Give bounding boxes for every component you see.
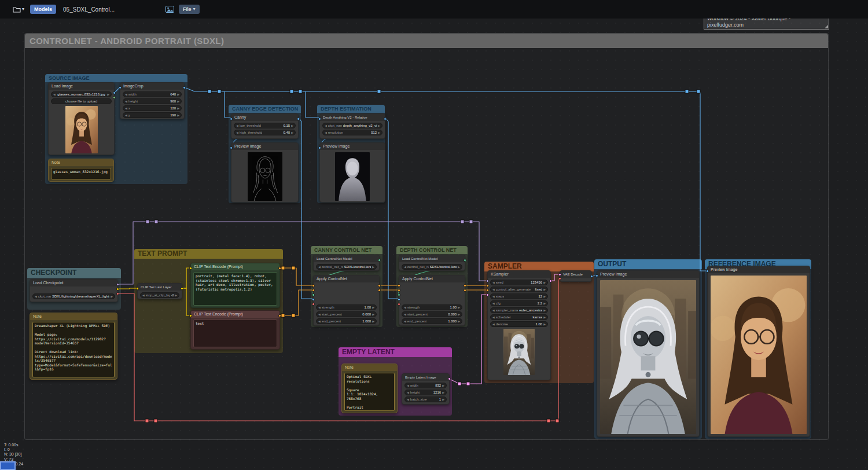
output-dot-vae[interactable] (116, 292, 119, 295)
node-empty-latent-image[interactable]: Empty Latent Image ◀width832▶ ◀height121… (402, 373, 450, 405)
node-canny-preview[interactable]: Preview Image (231, 142, 299, 203)
widget-strength[interactable]: ◀strength1.00▶ (316, 304, 377, 310)
output-dot-control-net[interactable] (378, 259, 381, 262)
node-load-image[interactable]: Load Image ◀ glasses_woman_832x1216.jpg … (48, 82, 115, 155)
input-dot-image[interactable] (230, 118, 233, 120)
widget-scheduler[interactable]: ◀schedulerkarras▶ (490, 314, 548, 320)
input-dot-vae[interactable] (558, 277, 561, 280)
widget-strength[interactable]: ◀strength1.00▶ (402, 304, 462, 310)
widget-denoise[interactable]: ◀denoise1.00▶ (490, 321, 548, 327)
output-dot-image[interactable] (384, 118, 387, 120)
node-clip-text-encode-negative[interactable]: CLIP Text Encode (Prompt) text (190, 310, 280, 350)
input-dot-clip[interactable] (189, 267, 192, 270)
node-note-checkpoint[interactable]: Note Dreamshaper XL (Lightning DPM++ SDE… (30, 313, 117, 380)
node-load-checkpoint[interactable]: Load Checkpoint ◀ckpt_nameSDXL/lightning… (30, 279, 118, 302)
combo-right-arrow[interactable]: ▶ (107, 93, 109, 96)
input-dot-negative[interactable] (398, 289, 400, 292)
image-icon[interactable] (165, 6, 174, 13)
input-dot-image[interactable] (312, 298, 315, 301)
note-text[interactable]: glasses_woman_832x1216.jpg (51, 168, 111, 179)
node-canny[interactable]: Canny ◀low_threshold0.15▶ ◀high_threshol… (231, 113, 299, 139)
input-dot-control-net[interactable] (312, 293, 315, 296)
workflow-tab[interactable]: 05_SDXL_Control... (63, 6, 115, 13)
output-dot-conditioning[interactable] (278, 314, 281, 317)
widget-cfg[interactable]: ◀cfg2.2▶ (490, 300, 548, 306)
node-output-preview[interactable]: Preview Image (597, 270, 700, 437)
output-dot-negative[interactable] (464, 289, 466, 292)
output-dot-latent[interactable] (448, 377, 451, 380)
widget-low-threshold[interactable]: ◀low_threshold0.15▶ (234, 123, 296, 128)
node-load-controlnet-canny[interactable]: Load ControlNet Model ◀control_net_nameS… (313, 255, 380, 271)
node-clip-text-encode-positive[interactable]: CLIP Text Encode (Prompt) portrait, (met… (190, 263, 280, 308)
input-dot-negative[interactable] (312, 289, 315, 292)
output-dot-image[interactable] (113, 91, 116, 94)
output-dot-image[interactable] (183, 86, 186, 89)
input-dot-positive[interactable] (486, 284, 489, 287)
input-dot-images[interactable] (318, 146, 321, 149)
widget-height[interactable]: ◀height1216▶ (404, 390, 447, 395)
input-dot-vae[interactable] (398, 303, 400, 306)
file-menu-button[interactable]: File ▾ (179, 5, 200, 14)
upload-button[interactable]: choose file to upload (51, 98, 112, 104)
main-group-title[interactable]: CONTROLNET - ANDROID PORTRAIT (SDXL) (25, 34, 828, 48)
widget-x[interactable]: ◀x120▶ (123, 105, 182, 111)
output-dot-clip[interactable] (181, 287, 183, 290)
input-dot-images[interactable] (706, 270, 709, 273)
input-dot-image[interactable] (119, 86, 122, 89)
input-dot-control-net[interactable] (398, 293, 400, 296)
input-dot-positive[interactable] (398, 284, 400, 287)
node-note-latent[interactable]: Note Optimal SDXL resolutions Square 1:1… (341, 363, 398, 413)
output-dot-image[interactable] (297, 118, 300, 120)
node-apply-controlnet-canny[interactable]: Apply ControlNet ◀strength1.00▶ ◀start_p… (313, 275, 380, 326)
node-depth-preview[interactable]: Preview Image (319, 142, 385, 203)
positive-prompt-textarea[interactable]: portrait, (metal face:1.4), robot, (stai… (193, 272, 277, 306)
widget-control-after-generate[interactable]: ◀control_after_generatefixed▶ (490, 287, 548, 292)
output-dot-negative[interactable] (378, 289, 381, 292)
input-dot-image[interactable] (318, 118, 321, 120)
widget-height[interactable]: ◀height960▶ (123, 98, 182, 104)
node-ksampler[interactable]: KSampler ◀seed123456▶ ◀control_after_gen… (487, 270, 551, 380)
negative-prompt-textarea[interactable]: text (193, 320, 277, 347)
input-dot-image[interactable] (398, 298, 400, 301)
output-dot-clip[interactable] (116, 288, 119, 291)
input-dot-images[interactable] (230, 146, 233, 149)
output-dot-latent[interactable] (549, 280, 552, 282)
minimap[interactable] (0, 461, 16, 470)
widget-batch-size[interactable]: ◀batch_size1▶ (404, 396, 447, 402)
widget-resolution[interactable]: ◀resolution512▶ (322, 130, 382, 135)
input-dot-images[interactable] (595, 274, 598, 277)
input-dot-clip[interactable] (136, 287, 139, 290)
workflows-folder-button[interactable]: ▾ (12, 5, 25, 14)
output-dot-mask[interactable] (113, 96, 116, 99)
input-dot-clip[interactable] (189, 314, 192, 317)
widget-control-net-name[interactable]: ◀control_net_nameSDXL/control-lora-de...… (402, 264, 462, 270)
input-dot-samples[interactable] (558, 273, 561, 276)
node-image-crop[interactable]: ImageCrop ◀width640▶ ◀height960▶ ◀x120▶ … (120, 82, 185, 119)
node-vae-decode[interactable]: VAE Decode (560, 270, 592, 282)
widget-high-threshold[interactable]: ◀high_threshold0.40▶ (234, 130, 296, 135)
note-text[interactable]: Dreamshaper XL (Lightning DPM++ SDE) Mod… (32, 322, 115, 377)
output-dot-control-net[interactable] (464, 259, 466, 262)
input-dot-model[interactable] (486, 280, 489, 282)
combo-left-arrow[interactable]: ◀ (53, 93, 56, 96)
note-text[interactable]: Optimal SDXL resolutions Square 1:1: 102… (344, 373, 395, 411)
widget-stop-at-clip-layer[interactable]: ◀stop_at_clip_layer-2▶ (140, 292, 179, 298)
node-load-controlnet-depth[interactable]: Load ControlNet Model ◀control_net_nameS… (399, 255, 465, 271)
widget-ckpt-name[interactable]: ◀ckpt_nameSDXL/lightning/dreamshaperXL_l… (32, 293, 115, 299)
output-dot-positive[interactable] (378, 284, 381, 287)
input-dot-negative[interactable] (486, 289, 489, 292)
node-depth-anything[interactable]: Depth Anything V2 - Relative ◀ckpt_named… (319, 113, 385, 139)
output-dot-model[interactable] (116, 283, 119, 286)
node-reference-preview[interactable]: Preview Image (707, 266, 810, 437)
node-note-source[interactable]: Note glasses_woman_832x1216.jpg (48, 159, 114, 182)
output-dot-positive[interactable] (464, 284, 466, 287)
widget-seed[interactable]: ◀seed123456▶ (490, 280, 548, 285)
widget-ckpt-name[interactable]: ◀ckpt_namedepth_anything_v2_vitl.pth▶ (322, 123, 382, 128)
node-clip-set-last-layer[interactable]: CLIP Set Last Layer ◀stop_at_clip_layer-… (137, 283, 182, 299)
input-dot-vae[interactable] (312, 303, 315, 306)
widget-end-percent[interactable]: ◀end_percent1.000▶ (402, 318, 462, 324)
widget-sampler-name[interactable]: ◀sampler_nameeuler_ancestral▶ (490, 307, 548, 313)
widget-width[interactable]: ◀width832▶ (404, 383, 447, 388)
input-dot-positive[interactable] (312, 284, 315, 287)
widget-start-percent[interactable]: ◀start_percent0.000▶ (402, 311, 462, 317)
